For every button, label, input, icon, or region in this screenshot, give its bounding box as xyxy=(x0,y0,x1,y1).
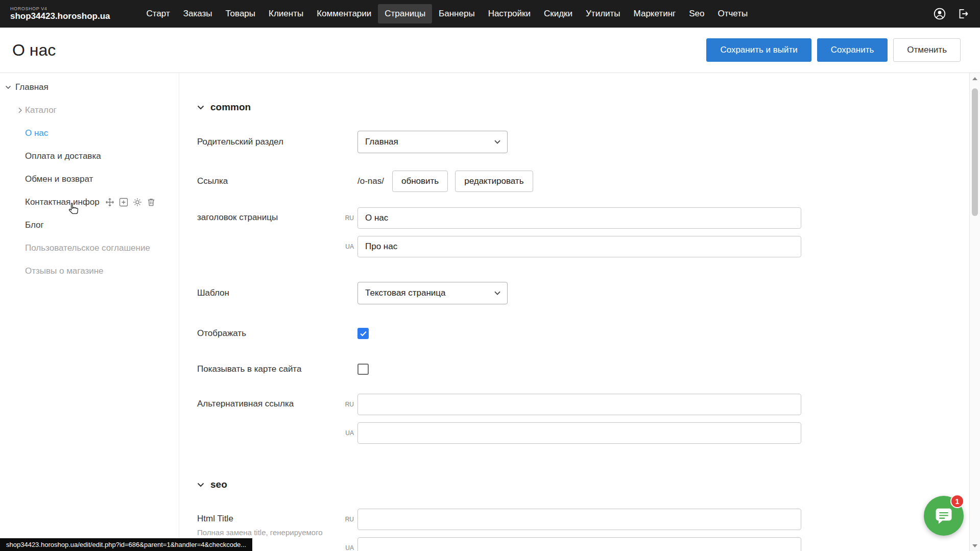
brand-domain: shop34423.horoshop.ua xyxy=(10,12,110,21)
chevron-down-icon[interactable] xyxy=(5,85,12,89)
vertical-scrollbar[interactable] xyxy=(969,73,980,551)
tree-item-label: Каталог xyxy=(25,105,57,115)
chat-unread-badge: 1 xyxy=(950,494,964,508)
nav-banners[interactable]: Баннеры xyxy=(432,4,482,23)
link-preview-statusbar: shop34423.horoshop.ua/edit/edit.php?id=6… xyxy=(0,538,252,551)
nav-settings[interactable]: Настройки xyxy=(482,4,537,23)
tree-item-about[interactable]: О нас xyxy=(0,122,179,145)
page-header: О нас Сохранить и выйти Сохранить Отмени… xyxy=(0,28,980,73)
link-label: Ссылка xyxy=(197,176,357,186)
tree-item-label: Контактная инфор xyxy=(25,197,100,207)
tree-item-user-agreement[interactable]: Пользовательское соглашение xyxy=(0,236,179,259)
tree-item-payment-delivery[interactable]: Оплата и доставка xyxy=(0,145,179,167)
scroll-down-arrow-icon[interactable] xyxy=(970,540,980,551)
tree-item-actions xyxy=(105,198,156,207)
tree-item-store-reviews[interactable]: Отзывы о магазине xyxy=(0,259,179,282)
scrollbar-thumb[interactable] xyxy=(972,88,978,216)
tree-item-catalog[interactable]: Каталог xyxy=(0,99,179,122)
add-page-icon[interactable] xyxy=(119,198,128,207)
html-title-ua-input[interactable] xyxy=(357,537,801,551)
select-value: Текстовая страница xyxy=(365,288,446,298)
settings-gear-icon[interactable] xyxy=(133,198,142,207)
edit-link-button[interactable]: редактировать xyxy=(455,171,533,192)
nav-discounts[interactable]: Скидки xyxy=(537,4,579,23)
cancel-button[interactable]: Отменить xyxy=(893,38,961,62)
html-title-hint: Полная замена title, генерируемого xyxy=(197,528,357,537)
tree-item-label: Оплата и доставка xyxy=(25,151,101,161)
section-common-header[interactable]: common xyxy=(197,101,969,113)
topbar: HOROSHOP V4 shop34423.horoshop.ua Старт … xyxy=(0,0,980,28)
chat-bubble-icon xyxy=(934,506,953,525)
delete-trash-icon[interactable] xyxy=(147,198,156,207)
logout-icon[interactable] xyxy=(957,7,970,20)
pages-tree-sidebar: Главная Каталог О нас Оплата и доставка … xyxy=(0,73,179,551)
tree-item-label: О нас xyxy=(25,128,48,138)
page-heading-label: заголовок страницы xyxy=(197,212,357,223)
select-value: Главная xyxy=(365,137,398,147)
section-title: seo xyxy=(210,479,227,490)
tree-item-label: Отзывы о магазине xyxy=(25,266,104,276)
nav-products[interactable]: Товары xyxy=(219,4,262,23)
header-actions: Сохранить и выйти Сохранить Отменить xyxy=(706,38,961,62)
tree-item-label: Главная xyxy=(15,82,49,92)
section-title: common xyxy=(210,102,251,113)
nav-orders[interactable]: Заказы xyxy=(177,4,219,23)
display-label: Отображать xyxy=(197,328,357,339)
move-icon[interactable] xyxy=(105,198,114,207)
template-label: Шаблон xyxy=(197,288,357,298)
alt-link-ua-input[interactable] xyxy=(357,422,801,444)
refresh-link-button[interactable]: обновить xyxy=(392,171,448,192)
sitemap-checkbox[interactable] xyxy=(357,364,369,375)
alt-link-label: Альтернативная ссылка xyxy=(197,399,357,409)
main-content: common Родительский раздел Главная Ссылк… xyxy=(179,73,969,551)
chevron-down-icon xyxy=(197,483,204,487)
page-heading-ua-input[interactable] xyxy=(357,236,801,257)
brand-logo[interactable]: HOROSHOP V4 shop34423.horoshop.ua xyxy=(10,7,110,21)
tree-item-label: Обмен и возврат xyxy=(25,174,93,184)
page-heading-ru-input[interactable] xyxy=(357,207,801,229)
nav-comments[interactable]: Комментарии xyxy=(310,4,378,23)
tree-item-exchange-return[interactable]: Обмен и возврат xyxy=(0,167,179,190)
section-seo-header[interactable]: seo xyxy=(197,478,969,491)
sitemap-label: Показывать в карте сайта xyxy=(197,364,357,374)
link-path: /o-nas/ xyxy=(357,176,384,186)
html-title-ru-input[interactable] xyxy=(357,509,801,530)
display-checkbox[interactable] xyxy=(357,328,369,339)
check-icon xyxy=(360,331,367,337)
lang-tag-ru: RU xyxy=(341,516,354,523)
template-select[interactable]: Текстовая страница xyxy=(357,282,508,304)
tree-item-label: Блог xyxy=(25,220,44,230)
lang-tag-ua: UA xyxy=(341,243,354,250)
tree-item-label: Пользовательское соглашение xyxy=(25,243,150,253)
scroll-up-arrow-icon[interactable] xyxy=(970,73,980,84)
lang-tag-ua: UA xyxy=(341,429,354,437)
lang-tag-ru: RU xyxy=(341,214,354,222)
top-navigation: Старт Заказы Товары Клиенты Комментарии … xyxy=(140,4,755,23)
chat-launcher-button[interactable]: 1 xyxy=(924,496,964,536)
lang-tag-ru: RU xyxy=(341,401,354,408)
nav-utilities[interactable]: Утилиты xyxy=(579,4,627,23)
alt-link-ru-input[interactable] xyxy=(357,394,801,415)
nav-seo[interactable]: Seo xyxy=(682,4,711,23)
status-url: shop34423.horoshop.ua/edit/edit.php?id=6… xyxy=(6,541,246,548)
nav-reports[interactable]: Отчеты xyxy=(711,4,754,23)
tree-item-blog[interactable]: Блог xyxy=(0,213,179,236)
tree-item-contact-info[interactable]: Контактная инфор xyxy=(0,190,179,213)
tree-item-main[interactable]: Главная xyxy=(0,76,179,99)
chevron-down-icon xyxy=(494,140,500,144)
parent-section-select[interactable]: Главная xyxy=(357,131,508,153)
save-button[interactable]: Сохранить xyxy=(817,38,888,62)
user-icon[interactable] xyxy=(933,7,946,20)
lang-tag-ua: UA xyxy=(341,544,354,551)
parent-section-label: Родительский раздел xyxy=(197,137,357,147)
nav-marketing[interactable]: Маркетинг xyxy=(627,4,683,23)
nav-clients[interactable]: Клиенты xyxy=(262,4,310,23)
html-title-label: Html Title xyxy=(197,514,357,524)
page-title: О нас xyxy=(12,41,56,60)
nav-start[interactable]: Старт xyxy=(140,4,177,23)
save-and-exit-button[interactable]: Сохранить и выйти xyxy=(706,38,811,62)
nav-pages[interactable]: Страницы xyxy=(378,4,432,23)
chevron-down-icon xyxy=(197,105,204,110)
chevron-right-icon[interactable] xyxy=(18,107,22,113)
chevron-down-icon xyxy=(494,291,500,295)
